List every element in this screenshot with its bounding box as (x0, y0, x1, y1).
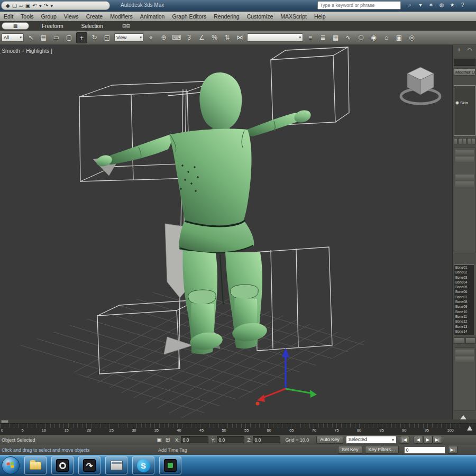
viewcube[interactable] (401, 67, 440, 104)
bone-list-item[interactable]: Bone02 (454, 270, 475, 274)
search-dropdown-icon[interactable]: ▾ (417, 2, 424, 8)
keyboard-override-icon[interactable]: ⌨ (171, 32, 182, 43)
go-to-end-button[interactable]: ▶| (448, 446, 457, 454)
keying-mode-dropdown[interactable]: Selected▾ (346, 436, 397, 444)
add-time-tag[interactable]: Add Time Tag (158, 447, 338, 453)
menu-item[interactable]: Group (38, 13, 60, 20)
transform-gizmo[interactable] (256, 348, 317, 406)
modify-tab-icon[interactable]: ◠ (465, 46, 474, 54)
menu-item[interactable]: Customize (243, 13, 277, 20)
undo-icon[interactable]: ↶ (32, 2, 36, 10)
modifier-stack[interactable]: Skin (454, 85, 475, 136)
capture-app-icon[interactable] (159, 456, 181, 474)
rollout-lower[interactable] (454, 347, 475, 411)
x-coordinate-field[interactable]: 0.0 (181, 436, 208, 443)
snap-toggle-icon[interactable]: 3 (184, 32, 195, 43)
current-frame-field[interactable]: 0 (404, 446, 445, 454)
viewport-label[interactable]: [ + ] [ Perspective ] [ Smooth + Highlig… (0, 48, 52, 54)
ribbon-tab[interactable]: Freeform (36, 23, 69, 29)
select-move-icon[interactable]: + (76, 32, 87, 43)
ribbon-tab[interactable]: Selection (76, 23, 108, 29)
bone-list-item[interactable]: Bone01 (454, 265, 475, 270)
menu-item[interactable]: Create (83, 13, 107, 20)
object-name-field[interactable] (454, 59, 475, 66)
save-file-icon[interactable]: ▣ (25, 2, 30, 10)
set-key-button[interactable]: Set Key (338, 446, 362, 454)
bone-list-item[interactable]: Bone04 (454, 280, 475, 285)
curve-editor-icon[interactable]: ∿ (343, 32, 354, 43)
3dsmax-icon[interactable]: ↷ (78, 456, 100, 474)
communication-center-icon[interactable]: ◍ (438, 2, 445, 8)
absolute-mode-icon[interactable]: ⊞ (163, 437, 172, 443)
infocenter-search-input[interactable] (317, 1, 401, 10)
time-slider-handle[interactable] (1, 420, 8, 423)
modifier-list-dropdown[interactable]: Modifier List (454, 68, 475, 76)
reference-coordinate-dropdown[interactable]: View▾ (114, 33, 144, 42)
new-scene-icon[interactable]: ▢ (12, 2, 17, 10)
menu-item[interactable]: Tools (17, 13, 38, 20)
use-pivot-icon[interactable]: ⌖ (145, 32, 157, 43)
media-player-icon[interactable] (51, 456, 74, 474)
time-slider[interactable] (0, 419, 476, 424)
select-manipulate-icon[interactable]: ⊕ (158, 32, 169, 43)
menu-item[interactable]: Modifiers (106, 13, 136, 20)
render-icon[interactable]: ◎ (406, 32, 417, 43)
bone-list-item[interactable]: Bone09 (454, 304, 475, 309)
ribbon-more-icon[interactable]: ⊞⊞ (122, 23, 130, 29)
ribbon-toggle-icon[interactable]: ▦ (330, 32, 341, 43)
recorder-window-icon[interactable] (105, 456, 127, 474)
align-icon[interactable]: ≡ (305, 32, 316, 43)
stack-tool-buttons[interactable] (454, 138, 475, 144)
bone-list[interactable]: Bone01Bone02Bone03Bone04Bone05Bone06Bone… (454, 264, 475, 335)
render-setup-icon[interactable]: ⌂ (381, 32, 392, 43)
previous-frame-button[interactable]: ◀ (414, 436, 423, 444)
undo-dropdown-icon[interactable]: ▾ (39, 2, 42, 10)
menu-item[interactable]: Views (60, 13, 83, 20)
rollout-parameters[interactable] (454, 148, 475, 253)
bone-list-item[interactable]: Bone11 (454, 314, 475, 319)
panel-scroll-up-icon[interactable] (460, 415, 466, 419)
bone-list-scrollbar[interactable] (474, 264, 476, 335)
bone-list-item[interactable]: Bone13 (454, 324, 475, 329)
character-model[interactable] (95, 72, 313, 354)
bone-list-item[interactable]: Bone14 (454, 329, 475, 334)
z-coordinate-field[interactable]: 0.0 (253, 436, 280, 443)
modifier-onoff-icon[interactable] (455, 101, 459, 105)
help-icon[interactable]: ? (459, 2, 466, 8)
bone-list-item[interactable]: Bone10 (454, 309, 475, 314)
favorites-icon[interactable]: ★ (448, 2, 456, 8)
redo-dropdown-icon[interactable]: ▾ (50, 2, 53, 10)
material-editor-icon[interactable]: ◉ (368, 32, 379, 43)
search-icon[interactable]: ⌕ (406, 2, 414, 8)
bone-list-item[interactable]: Bone06 (454, 289, 475, 294)
selection-lock-icon[interactable]: ▣ (155, 437, 163, 443)
layer-manager-icon[interactable]: ≣ (317, 32, 328, 43)
go-to-start-button[interactable]: |◀ (400, 436, 409, 444)
select-by-name-icon[interactable]: ▤ (38, 32, 49, 43)
graphite-modeling-tools-button[interactable]: ▦ (2, 22, 29, 30)
skype-icon[interactable]: S (132, 456, 154, 474)
selection-filter-dropdown[interactable]: All▾ (2, 33, 24, 42)
menu-item[interactable]: Edit (0, 13, 17, 20)
selection-region-icon[interactable]: ▭ (51, 32, 62, 43)
open-file-icon[interactable]: ▱ (19, 2, 23, 10)
bone-list-item[interactable]: Bone08 (454, 299, 475, 304)
menu-item[interactable]: MAXScript (277, 13, 310, 20)
auto-key-button[interactable]: Auto Key (316, 436, 343, 444)
window-crossing-icon[interactable]: ▢ (63, 32, 75, 43)
menu-item[interactable]: Help (310, 13, 329, 20)
quick-access-toolbar[interactable]: ◆▢▱▣↶▾↷▾ (1, 1, 110, 10)
bone-list-item[interactable]: Bone03 (454, 275, 475, 280)
menu-item[interactable]: Animation (136, 13, 169, 20)
bone-list-item[interactable]: Bone05 (454, 285, 475, 289)
perspective-viewport[interactable]: [ + ] [ Perspective ] [ Smooth + Highlig… (0, 45, 452, 419)
spinner-snap-icon[interactable]: ⇅ (222, 32, 233, 43)
select-object-icon[interactable]: ↖ (25, 32, 36, 43)
percent-snap-icon[interactable]: % (209, 32, 220, 43)
schematic-view-icon[interactable]: ⬡ (355, 32, 367, 43)
bone-list-buttons[interactable] (454, 337, 475, 344)
menu-item[interactable]: Graph Editors (168, 13, 210, 20)
bone-list-item[interactable]: Bone07 (454, 295, 475, 299)
track-bar-end-icon[interactable] (467, 426, 472, 431)
viewport-canvas[interactable] (0, 45, 452, 419)
